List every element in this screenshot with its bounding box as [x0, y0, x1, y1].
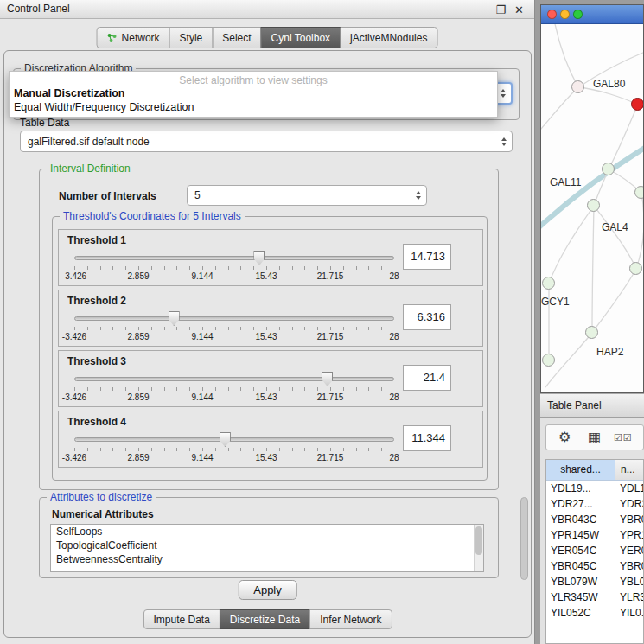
network-canvas[interactable]: GAL80GAL11GAL4GCY1HAP2 — [541, 24, 643, 392]
table-cell[interactable]: YLR345W — [546, 590, 615, 605]
table-cell[interactable]: YDL1... — [615, 481, 643, 496]
table-row[interactable]: YBL079WYBL0... — [546, 574, 643, 590]
table-row[interactable]: YDR27...YDR2... — [546, 496, 643, 512]
table-cell[interactable]: YBR043C — [546, 512, 615, 527]
table-cell[interactable]: YBR045C — [546, 558, 615, 574]
network-node-hap2[interactable] — [585, 326, 598, 339]
table-cell[interactable]: YLR3... — [615, 590, 643, 605]
threshold-slider[interactable]: -3.4262.8599.14415.4321.71528 — [74, 309, 394, 344]
table-grid-icon[interactable]: ▦ — [588, 429, 601, 445]
table-cell[interactable]: YIL0... — [615, 605, 643, 621]
threshold-box: Threshold 2 -3.4262.8599.14415.4321.7152… — [58, 290, 483, 347]
table-cell[interactable]: YIL052C — [546, 605, 615, 621]
table-cell[interactable]: YBL079W — [546, 574, 615, 590]
table-cell[interactable]: YER054C — [546, 543, 615, 558]
algorithm-option-equal-width[interactable]: Equal Width/Frequency Discretization — [10, 100, 497, 114]
tab-jactivemnodules[interactable]: jActiveMNodules — [340, 27, 437, 48]
threshold-slider[interactable]: -3.4262.8599.14415.4321.71528 — [74, 430, 394, 465]
attribute-list-item[interactable]: TopologicalCoefficient — [51, 539, 483, 552]
checkbox-icons[interactable]: ☑☑ — [614, 432, 633, 443]
minimize-traffic-light-icon[interactable] — [560, 10, 570, 19]
tab-cyni-toolbox[interactable]: Cyni Toolbox — [261, 27, 341, 48]
slider-thumb[interactable] — [220, 432, 231, 447]
column-header-shared[interactable]: shared... — [546, 460, 615, 480]
network-node[interactable] — [631, 98, 643, 111]
network-window-titlebar[interactable] — [541, 5, 643, 24]
table-cell[interactable]: YER0... — [615, 543, 643, 558]
table-row[interactable]: YBR045CYBR0... — [546, 558, 643, 574]
algorithm-option-manual[interactable]: Manual Discretization — [10, 86, 497, 100]
control-panel-titlebar: Control Panel ❐ ✕ — [0, 0, 534, 19]
numerical-attributes-list[interactable]: SelfLoopsTopologicalCoefficientBetweenne… — [50, 524, 484, 572]
tab-discretize-data[interactable]: Discretize Data — [220, 609, 310, 629]
network-node-gal80[interactable] — [571, 80, 584, 93]
attribute-list-item[interactable]: BetweennessCentrality — [51, 552, 483, 566]
column-header-n[interactable]: n... — [615, 460, 643, 480]
list-scrollbar[interactable] — [474, 525, 483, 571]
table-cell[interactable]: YDR27... — [546, 496, 615, 512]
table-row[interactable]: YDL19...YDL1... — [546, 481, 643, 496]
slider-track[interactable] — [74, 437, 394, 442]
close-window-icon[interactable]: ✕ — [514, 1, 524, 19]
threshold-box: Threshold 4 -3.4262.8599.14415.4321.7152… — [58, 411, 483, 468]
tab-infer-network[interactable]: Infer Network — [309, 609, 392, 629]
algorithm-placeholder: Select algorithm to view settings — [10, 72, 497, 86]
num-intervals-label: Number of Intervals — [59, 190, 156, 202]
table-cell[interactable]: YPR1... — [615, 527, 643, 543]
threshold-value-field[interactable]: 14.713 — [403, 244, 451, 270]
table-row[interactable]: YBR043CYBR0... — [546, 512, 643, 527]
table-cell[interactable]: YBL0... — [615, 574, 643, 590]
slider-track[interactable] — [74, 256, 394, 260]
network-node-gal4[interactable] — [587, 199, 600, 212]
table-data-combobox[interactable]: galFiltered.sif default node — [20, 131, 513, 152]
slider-thumb[interactable] — [169, 311, 180, 326]
network-node[interactable] — [629, 262, 642, 275]
table-row[interactable]: YLR345WYLR3... — [546, 590, 643, 605]
panel-scrollbar[interactable] — [520, 497, 528, 580]
threshold-label: Threshold 3 — [67, 355, 126, 367]
threshold-box: Threshold 3 -3.4262.8599.14415.4321.7152… — [58, 350, 483, 407]
table-cell[interactable]: YDL19... — [546, 481, 615, 496]
bottom-tabbar: Impute Data Discretize Data Infer Networ… — [143, 609, 392, 629]
threshold-value-field[interactable]: 21.4 — [403, 365, 451, 391]
threshold-slider[interactable]: -3.4262.8599.14415.4321.71528 — [74, 370, 394, 405]
slider-thumb[interactable] — [322, 372, 333, 386]
apply-button[interactable]: Apply — [238, 580, 297, 600]
threshold-value-field[interactable]: 6.316 — [403, 304, 451, 330]
attribute-list-item[interactable]: SelfLoops — [51, 525, 483, 539]
tick-label: 2.859 — [127, 271, 149, 281]
tab-style[interactable]: Style — [169, 27, 214, 48]
close-traffic-light-icon[interactable] — [547, 10, 557, 19]
network-node[interactable] — [542, 354, 555, 367]
combo-spinner-icon — [501, 137, 507, 146]
tick-label: 15.43 — [255, 392, 277, 402]
table-cell[interactable]: YPR145W — [546, 527, 615, 543]
table-cell[interactable]: YBR0... — [615, 512, 643, 527]
zoom-traffic-light-icon[interactable] — [573, 10, 583, 19]
network-node[interactable] — [634, 186, 643, 199]
tab-label: Infer Network — [320, 614, 381, 626]
tab-network[interactable]: Network — [97, 27, 170, 48]
table-row[interactable]: YER054CYER0... — [546, 543, 643, 558]
tick-label: -3.426 — [62, 453, 86, 462]
slider-thumb[interactable] — [253, 251, 265, 265]
threshold-slider[interactable]: -3.4262.8599.14415.4321.71528 — [74, 249, 394, 284]
table-cell[interactable]: YBR0... — [615, 558, 643, 574]
table-cell[interactable]: YDR2... — [615, 496, 643, 512]
slider-track[interactable] — [74, 377, 394, 381]
table-row[interactable]: YIL052CYIL0... — [546, 605, 643, 621]
table-row[interactable]: YPR145WYPR1... — [546, 527, 643, 543]
threshold-value-field[interactable]: 11.344 — [403, 425, 451, 451]
slider-track[interactable] — [74, 316, 394, 321]
tab-label: Select — [222, 32, 251, 44]
num-intervals-combobox[interactable]: 5 — [187, 185, 427, 206]
tick-label: 2.859 — [127, 453, 149, 462]
interval-definition-group: Interval Definition Number of Intervals … — [39, 169, 499, 490]
tab-impute-data[interactable]: Impute Data — [143, 609, 220, 629]
combo-spinner-icon — [416, 191, 421, 200]
gear-icon[interactable]: ⚙ — [558, 429, 571, 445]
float-window-icon[interactable]: ❐ — [495, 1, 506, 19]
network-node-gcy1[interactable] — [542, 277, 555, 290]
tab-select[interactable]: Select — [212, 27, 261, 48]
network-node-gal11[interactable] — [602, 163, 615, 175]
